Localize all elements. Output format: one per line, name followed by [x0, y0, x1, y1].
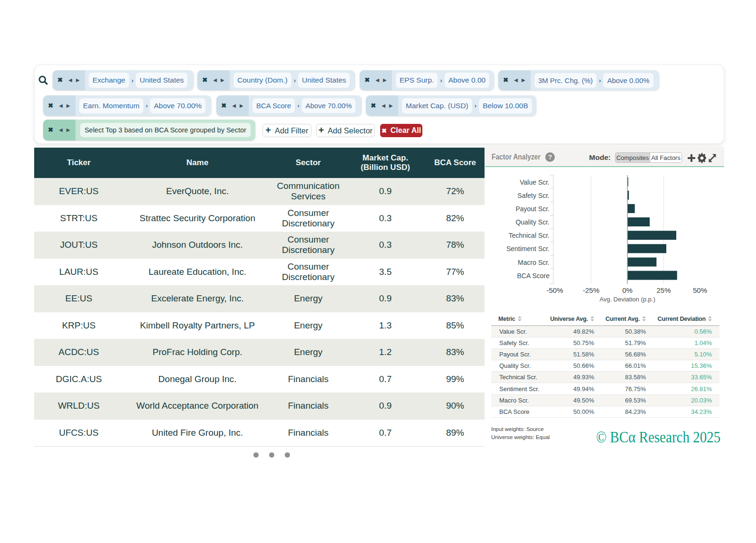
svg-text:Technical Scr.: Technical Scr. [509, 232, 550, 239]
svg-text:-25%: -25% [583, 286, 599, 294]
svg-text:0%: 0% [622, 286, 633, 294]
svg-text:25%: 25% [656, 286, 671, 294]
svg-text:50%: 50% [693, 286, 707, 294]
svg-text:Sentiment Scr.: Sentiment Scr. [506, 245, 550, 253]
svg-text:Value Scr.: Value Scr. [520, 178, 550, 186]
svg-text:Payout Scr.: Payout Scr. [515, 205, 550, 213]
svg-text:BCA Score: BCA Score [517, 272, 550, 280]
svg-text:Quality Scr.: Quality Scr. [515, 218, 550, 226]
svg-text:Safety Scr.: Safety Scr. [517, 192, 550, 199]
svg-text:-50%: -50% [546, 286, 563, 294]
svg-text:Macro Scr.: Macro Scr. [518, 259, 550, 266]
svg-text:Avg. Deviation (p.p.): Avg. Deviation (p.p.) [599, 296, 655, 303]
